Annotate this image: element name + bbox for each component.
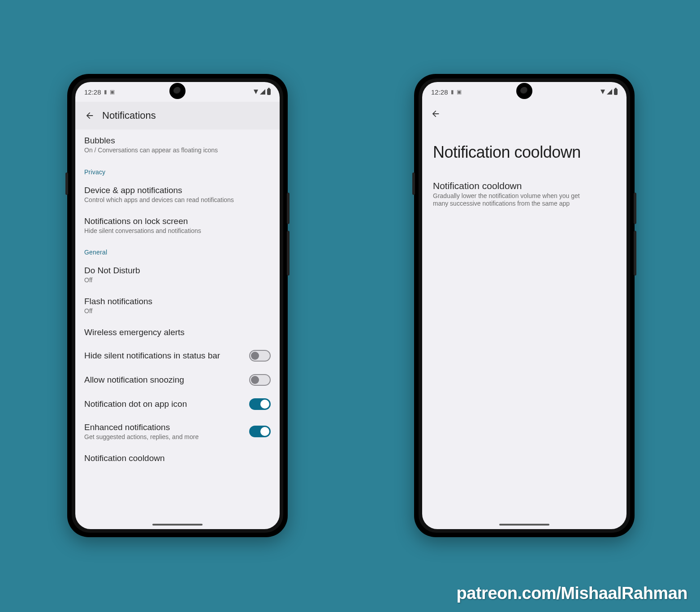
status-time: 12:28 xyxy=(431,88,448,96)
camera-notch xyxy=(516,83,532,99)
setting-title: Hide silent notifications in status bar xyxy=(84,351,245,361)
settings-list: Bubbles On / Conversations can appear as… xyxy=(75,129,280,529)
section-privacy: Privacy xyxy=(75,160,280,179)
sim-icon: ▮ xyxy=(451,89,454,95)
toggle-notification-dot[interactable] xyxy=(249,398,271,410)
section-general: General xyxy=(75,241,280,259)
setting-flash-notifications[interactable]: Flash notifications Off xyxy=(75,290,280,321)
battery-icon xyxy=(614,89,618,95)
back-button[interactable] xyxy=(427,105,445,123)
setting-notification-cooldown-detail[interactable]: Notification cooldown Gradually lower th… xyxy=(422,178,627,215)
setting-title: Allow notification snoozing xyxy=(84,375,245,385)
setting-title: Flash notifications xyxy=(84,297,271,306)
setting-device-app-notifications[interactable]: Device & app notifications Control which… xyxy=(75,179,280,210)
setting-subtitle: Hide silent conversations and notificati… xyxy=(84,227,271,235)
watermark: patreon.com/MishaalRahman xyxy=(457,584,687,603)
page-header: Notifications xyxy=(75,102,280,129)
setting-lock-screen-notifications[interactable]: Notifications on lock screen Hide silent… xyxy=(75,210,280,241)
app-icon: ▣ xyxy=(457,89,462,95)
setting-notification-dot[interactable]: Notification dot on app icon xyxy=(75,392,280,416)
wifi-icon xyxy=(601,90,605,94)
setting-title: Bubbles xyxy=(84,136,271,146)
setting-title: Notification dot on app icon xyxy=(84,399,245,409)
battery-icon xyxy=(267,89,271,95)
setting-title: Device & app notifications xyxy=(84,185,271,195)
setting-hide-silent-statusbar[interactable]: Hide silent notifications in status bar xyxy=(75,344,280,368)
camera-notch xyxy=(169,83,186,99)
app-icon: ▣ xyxy=(110,89,115,95)
setting-bubbles[interactable]: Bubbles On / Conversations can appear as… xyxy=(75,129,280,160)
toggle-hide-silent-statusbar[interactable] xyxy=(249,350,271,362)
setting-subtitle: Off xyxy=(84,307,271,315)
toggle-notification-snoozing[interactable] xyxy=(249,374,271,386)
setting-do-not-disturb[interactable]: Do Not Disturb Off xyxy=(75,259,280,290)
signal-icon xyxy=(607,89,612,95)
setting-wireless-emergency-alerts[interactable]: Wireless emergency alerts xyxy=(75,321,280,344)
home-indicator[interactable] xyxy=(499,524,549,526)
setting-notification-cooldown[interactable]: Notification cooldown xyxy=(75,447,280,470)
setting-subtitle: Get suggested actions, replies, and more xyxy=(84,433,245,441)
toggle-enhanced-notifications[interactable] xyxy=(249,426,271,437)
setting-title: Notification cooldown xyxy=(84,453,271,463)
home-indicator[interactable] xyxy=(152,524,203,526)
setting-title: Notification cooldown xyxy=(433,181,616,191)
arrow-back-icon xyxy=(85,111,95,121)
back-button[interactable] xyxy=(81,107,99,125)
phone-frame-right: 12:28 ▮ ▣ Notification cooldown xyxy=(414,74,635,537)
page-title: Notifications xyxy=(102,110,156,121)
setting-title: Wireless emergency alerts xyxy=(84,328,271,337)
arrow-back-icon xyxy=(431,109,441,119)
setting-subtitle: On / Conversations can appear as floatin… xyxy=(84,147,271,154)
setting-subtitle: Control which apps and devices can read … xyxy=(84,196,271,204)
wifi-icon xyxy=(254,90,258,94)
setting-title: Enhanced notifications xyxy=(84,422,245,432)
status-time: 12:28 xyxy=(84,88,101,96)
sim-icon: ▮ xyxy=(104,89,107,95)
setting-notification-snoozing[interactable]: Allow notification snoozing xyxy=(75,368,280,392)
page-title: Notification cooldown xyxy=(422,126,627,178)
setting-title: Notifications on lock screen xyxy=(84,216,271,226)
phone-frame-left: 12:28 ▮ ▣ Notifications xyxy=(67,74,288,537)
setting-title: Do Not Disturb xyxy=(84,266,271,276)
setting-enhanced-notifications[interactable]: Enhanced notifications Get suggested act… xyxy=(75,416,280,447)
setting-subtitle: Gradually lower the notification volume … xyxy=(433,192,594,207)
setting-subtitle: Off xyxy=(84,276,271,284)
signal-icon xyxy=(260,89,265,95)
